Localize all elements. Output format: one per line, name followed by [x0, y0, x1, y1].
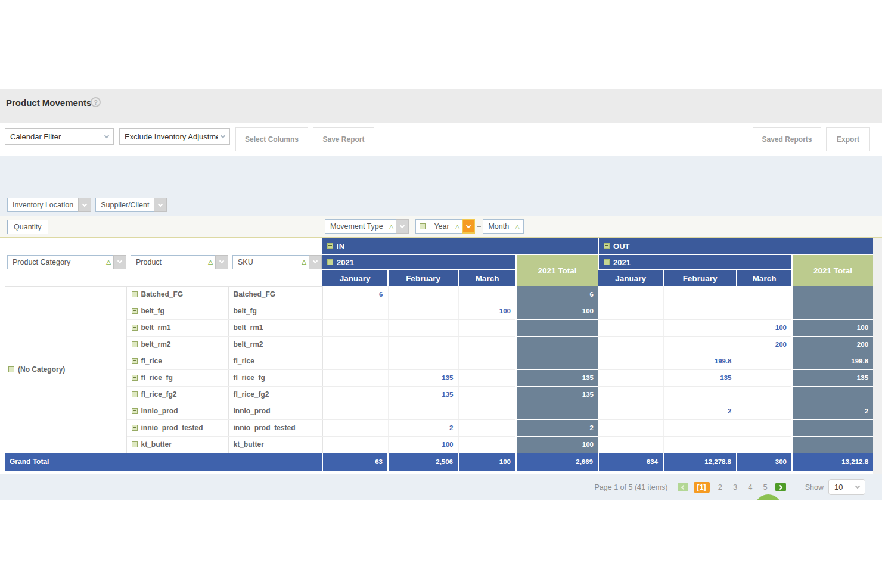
sort-asc-icon[interactable]: △ — [455, 223, 460, 230]
sort-asc-icon[interactable]: △ — [515, 223, 520, 230]
sort-asc-icon[interactable]: △ — [106, 259, 111, 265]
export-button[interactable]: Export — [826, 127, 870, 151]
page-number-5[interactable]: 5 — [763, 483, 767, 491]
collapse-icon[interactable] — [132, 325, 138, 331]
value-cell: 2 — [663, 403, 737, 419]
product-cell[interactable]: belt_rm1 — [126, 319, 228, 336]
save-report-button[interactable]: Save Report — [313, 127, 374, 151]
next-page-button[interactable] — [775, 483, 786, 491]
product-cell[interactable]: fl_rice_fg — [126, 369, 228, 386]
value-cell — [388, 319, 458, 336]
total-cell — [516, 336, 598, 353]
page-number-2[interactable]: 2 — [718, 483, 722, 491]
product-cell[interactable]: belt_rm2 — [126, 336, 228, 353]
sku-cell: fl_rice — [228, 353, 322, 369]
value-cell — [388, 403, 458, 419]
product-cell[interactable]: innio_prod_tested — [126, 419, 228, 436]
chat-bubble-button[interactable] — [754, 494, 782, 500]
value-cell — [598, 436, 663, 453]
grand-total-cell: 13,212.8 — [792, 453, 873, 471]
month-header[interactable]: February — [663, 270, 737, 286]
product-cell[interactable]: kt_butter — [126, 436, 228, 453]
value-cell — [322, 386, 388, 403]
value-cell — [458, 353, 516, 369]
month-header[interactable]: January — [322, 270, 388, 286]
product-cell[interactable]: Batched_FG — [126, 286, 228, 303]
field-filter-button-active[interactable] — [462, 219, 475, 234]
pagination-bottom: Page 1 of 5 (41 items) [1] 2 3 4 5 Show … — [595, 479, 865, 495]
collapse-icon[interactable] — [132, 425, 138, 431]
prev-page-button[interactable] — [678, 483, 688, 491]
field-filter-button[interactable] — [215, 255, 228, 269]
field-chip-sku[interactable]: SKU △ — [232, 255, 322, 269]
field-chip-movement-type[interactable]: Movement Type △ — [325, 219, 409, 234]
saved-reports-button[interactable]: Saved Reports — [753, 127, 821, 151]
product-cell[interactable]: fl_rice — [126, 353, 228, 369]
field-chip-year[interactable]: Year △ — [415, 219, 475, 234]
collapse-icon[interactable] — [132, 441, 138, 447]
value-cell — [322, 319, 388, 336]
product-label: belt_rm2 — [141, 340, 171, 349]
collapse-icon[interactable] — [327, 243, 333, 249]
value-cell: 200 — [737, 336, 792, 353]
value-cell — [663, 303, 737, 319]
value-cell — [663, 286, 737, 303]
select-columns-button[interactable]: Select Columns — [235, 127, 308, 151]
value-cell — [737, 386, 792, 403]
table-row: fl_rice_fg2 fl_rice_fg2 135 135 — [5, 386, 873, 403]
collapse-icon[interactable] — [132, 308, 138, 314]
year-header-out[interactable]: 2021 — [598, 254, 792, 270]
collapse-icon[interactable] — [132, 375, 138, 381]
collapse-icon[interactable] — [132, 391, 138, 397]
sort-asc-icon[interactable]: △ — [208, 259, 213, 265]
field-filter-button[interactable] — [396, 219, 409, 234]
column-group-in[interactable]: IN — [322, 238, 598, 254]
value-cell — [598, 369, 663, 386]
grand-total-row: Grand Total 63 2,506 100 2,669 634 12,27… — [5, 453, 873, 471]
help-icon[interactable]: ? — [91, 97, 101, 107]
movement-filter-select[interactable]: Exclude Inventory Adjustme — [119, 128, 230, 145]
sort-asc-icon[interactable]: △ — [389, 223, 394, 230]
field-chip-month[interactable]: Month △ — [483, 219, 523, 234]
field-chip-quantity[interactable]: Quantity — [7, 220, 48, 234]
field-filter-button[interactable] — [113, 255, 126, 269]
month-header[interactable]: March — [737, 270, 792, 286]
field-filter-button[interactable] — [78, 198, 91, 212]
value-cell — [663, 436, 737, 453]
field-chip-product-category[interactable]: Product Category △ — [7, 255, 126, 269]
collapse-icon[interactable] — [327, 259, 333, 265]
month-header[interactable]: February — [388, 270, 458, 286]
collapse-icon[interactable] — [604, 259, 610, 265]
month-header[interactable]: March — [458, 270, 516, 286]
product-cell[interactable]: belt_fg — [126, 303, 228, 319]
current-page[interactable]: [1] — [694, 482, 710, 493]
column-group-out[interactable]: OUT — [598, 238, 873, 254]
calendar-filter-select[interactable]: Calendar Filter — [5, 128, 114, 145]
field-chip-supplier-client[interactable]: Supplier/Client — [95, 198, 167, 212]
collapse-icon[interactable] — [604, 243, 610, 249]
field-filter-button[interactable] — [154, 198, 167, 212]
product-cell[interactable]: fl_rice_fg2 — [126, 386, 228, 403]
field-filter-button[interactable] — [309, 255, 322, 269]
value-cell — [458, 336, 516, 353]
product-cell[interactable]: innio_prod — [126, 403, 228, 419]
collapse-icon[interactable] — [132, 291, 138, 297]
value-cell — [322, 419, 388, 436]
page-size-select[interactable]: 10 — [828, 479, 865, 495]
value-cell — [663, 319, 737, 336]
category-cell[interactable]: (No Category) — [5, 286, 126, 453]
collapse-icon[interactable] — [132, 358, 138, 364]
field-chip-inventory-location[interactable]: Inventory Location — [7, 198, 91, 212]
sort-asc-icon[interactable]: △ — [302, 259, 306, 265]
collapse-icon[interactable] — [420, 223, 426, 229]
month-header[interactable]: January — [598, 270, 663, 286]
collapse-icon[interactable] — [132, 341, 138, 347]
collapse-icon[interactable] — [8, 366, 14, 372]
page-number-3[interactable]: 3 — [733, 483, 737, 491]
collapse-icon[interactable] — [132, 408, 138, 414]
value-cell — [458, 286, 516, 303]
total-cell: 2 — [516, 419, 598, 436]
page-number-4[interactable]: 4 — [748, 483, 752, 491]
field-chip-product[interactable]: Product △ — [131, 255, 228, 269]
year-header-in[interactable]: 2021 — [322, 254, 516, 270]
